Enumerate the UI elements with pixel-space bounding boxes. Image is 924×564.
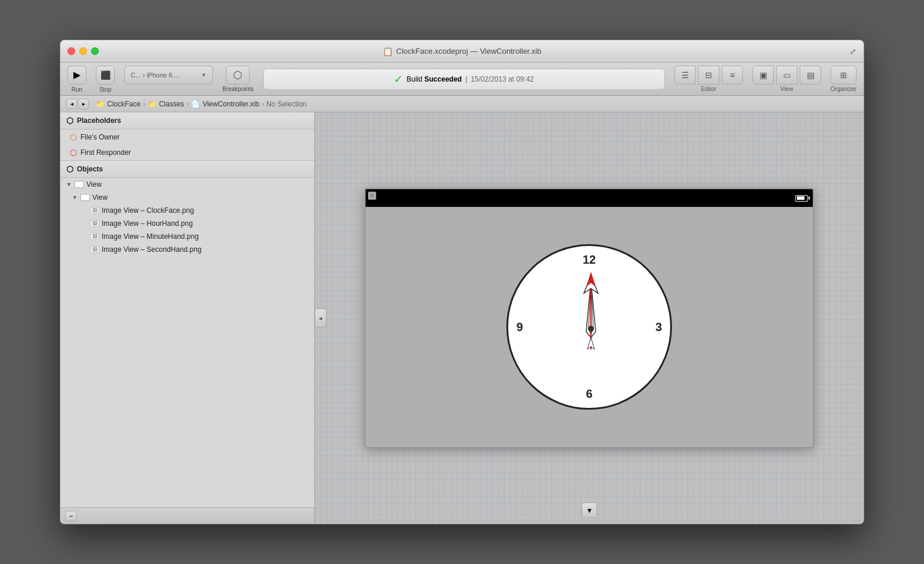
build-separator: | xyxy=(466,75,467,83)
simulator-frame: ✕ 12 3 6 9 xyxy=(364,188,814,448)
breadcrumb: ◂ ▸ 📁 ClockFace › 📁 Classes › 📄 ViewCont… xyxy=(60,96,864,112)
breadcrumb-items: 📁 ClockFace › 📁 Classes › 📄 ViewControll… xyxy=(96,100,306,108)
tree-view-root[interactable]: ▼ View xyxy=(60,178,314,191)
run-icon: ▶ xyxy=(67,66,86,85)
build-text: Build Succeeded xyxy=(406,75,461,83)
main-content: ⬡ Placeholders ⬡ File's Owner ⬡ First Re… xyxy=(60,112,864,524)
objects-title: Objects xyxy=(77,165,103,173)
view-child-label: View xyxy=(92,193,108,202)
scheme-chevron: ▼ xyxy=(201,72,206,78)
tree-minutehand[interactable]: 🖼 Image View – MinuteHand.png xyxy=(60,230,314,243)
stop-icon: ⬛ xyxy=(96,66,115,85)
sidebar-zoom-button[interactable]: − xyxy=(65,511,77,521)
tree-hourhand[interactable]: 🖼 Image View – HourHand.png xyxy=(60,217,314,230)
editor-standard-button[interactable]: ☰ xyxy=(674,66,696,85)
image-icon-hourhand: 🖼 xyxy=(90,220,99,227)
editor-group: ☰ ⊟ ≡ xyxy=(674,66,743,85)
view-debug-button[interactable]: ▭ xyxy=(776,66,797,85)
view-label: View xyxy=(780,86,793,92)
close-button[interactable] xyxy=(67,47,75,55)
clock-face: 12 3 6 9 xyxy=(506,244,672,410)
sidebar-bottom: − xyxy=(60,507,314,524)
breadcrumb-no-selection: No Selection xyxy=(266,100,306,108)
simulator-status-bar xyxy=(366,189,813,207)
organizer-button[interactable]: ⊞ xyxy=(831,66,857,85)
view-utilities-button[interactable]: ▤ xyxy=(800,66,821,85)
editor-assistant-button[interactable]: ⊟ xyxy=(698,66,719,85)
fullscreen-button[interactable] xyxy=(91,47,99,55)
secondhand-label: Image View – SecondHand.png xyxy=(102,245,202,254)
hourhand-label: Image View – HourHand.png xyxy=(102,219,193,228)
objects-cube-icon: ⬡ xyxy=(66,164,73,174)
tree-secondhand[interactable]: 🖼 Image View – SecondHand.png xyxy=(60,243,314,256)
collapse-sidebar-button[interactable]: ◂ xyxy=(315,309,327,328)
placeholders-section: ⬡ Placeholders ⬡ File's Owner ⬡ First Re… xyxy=(60,112,314,161)
organizer-label: Organizer xyxy=(831,86,857,92)
breadcrumb-viewcontroller[interactable]: ViewController.xib xyxy=(202,100,259,108)
window-title: 📋 ClockFace.xcodeproj — ViewController.x… xyxy=(383,47,541,56)
expand-triangle-2: ▼ xyxy=(72,195,78,200)
breadcrumb-folder-icon: 📁 xyxy=(96,100,105,108)
placeholders-header: ⬡ Placeholders xyxy=(60,112,314,129)
run-button[interactable]: ▶ Run xyxy=(67,66,86,93)
files-owner-label: File's Owner xyxy=(80,133,119,141)
stop-button[interactable]: ⬛ Stop xyxy=(96,66,115,93)
first-responder-item[interactable]: ⬡ First Responder xyxy=(60,145,314,160)
center-dot xyxy=(588,326,594,332)
organizer-icon: ⊞ xyxy=(840,70,847,80)
battery-icon xyxy=(795,195,808,202)
canvas-collapse-bottom[interactable]: ▾ xyxy=(581,503,597,518)
breadcrumb-classes-icon: 📁 xyxy=(148,100,157,108)
title-bar: 📋 ClockFace.xcodeproj — ViewController.x… xyxy=(60,40,864,63)
editor-label: Editor xyxy=(701,86,716,92)
run-label: Run xyxy=(72,86,82,93)
stop-label: Stop xyxy=(99,86,112,93)
breakpoints-label: Breakpoints xyxy=(222,86,254,92)
expand-icon[interactable]: ⤢ xyxy=(849,47,857,56)
battery-fill xyxy=(797,196,805,200)
tree-view-child[interactable]: ▼ View xyxy=(60,191,314,204)
objects-section: ⬡ Objects ▼ View ▼ View 🖼 Image xyxy=(60,161,314,507)
nav-forward-button[interactable]: ▸ xyxy=(78,99,89,109)
traffic-lights xyxy=(67,47,99,55)
build-success-icon: ✓ xyxy=(394,73,403,86)
view-icon-root xyxy=(75,181,84,188)
breadcrumb-clockface[interactable]: ClockFace xyxy=(107,100,141,108)
clockface-label: Image View – ClockFace.png xyxy=(102,206,194,215)
image-icon-secondhand: 🖼 xyxy=(90,246,99,253)
placeholders-title: Placeholders xyxy=(77,116,121,125)
collapse-bottom-icon: ▾ xyxy=(587,505,592,515)
first-responder-icon: ⬡ xyxy=(70,148,77,157)
collapse-icon: ◂ xyxy=(319,315,322,322)
image-icon-clockface: 🖼 xyxy=(90,207,99,214)
canvas-area: ◂ ✕ 12 xyxy=(315,112,864,524)
scheme-label: C... › iPhone 6.... xyxy=(131,72,180,79)
clock-hands-svg xyxy=(508,246,674,411)
title-icon: 📋 xyxy=(383,47,393,56)
editor-version-button[interactable]: ≡ xyxy=(722,66,743,85)
scheme-selector[interactable]: C... › iPhone 6.... ▼ xyxy=(124,66,213,85)
expand-triangle: ▼ xyxy=(66,181,72,187)
breadcrumb-classes[interactable]: Classes xyxy=(159,100,185,108)
minutehand-label: Image View – MinuteHand.png xyxy=(102,232,199,241)
nav-back-button[interactable]: ◂ xyxy=(66,99,77,109)
breakpoints-button[interactable]: ⬡ xyxy=(226,66,250,85)
sidebar: ⬡ Placeholders ⬡ File's Owner ⬡ First Re… xyxy=(60,112,315,524)
view-navigator-button[interactable]: ▣ xyxy=(752,66,774,85)
view-root-label: View xyxy=(86,180,102,189)
simulator-close-button[interactable]: ✕ xyxy=(368,192,376,200)
minimize-button[interactable] xyxy=(79,47,87,55)
objects-header: ⬡ Objects xyxy=(60,161,314,178)
clock-container: 12 3 6 9 xyxy=(506,244,672,410)
toolbar: ▶ Run ⬛ Stop C... › iPhone 6.... ▼ Run ⬡… xyxy=(60,63,864,96)
build-time: 15/02/2013 at 09:42 xyxy=(471,75,534,83)
files-owner-icon: ⬡ xyxy=(70,132,77,142)
placeholders-cube-icon: ⬡ xyxy=(66,116,73,125)
image-icon-minutehand: 🖼 xyxy=(90,233,99,240)
tree-clockface[interactable]: 🖼 Image View – ClockFace.png xyxy=(60,204,314,217)
simulator-content: 12 3 6 9 xyxy=(366,207,813,447)
first-responder-label: First Responder xyxy=(80,148,131,157)
files-owner-item[interactable]: ⬡ File's Owner xyxy=(60,129,314,145)
breadcrumb-xib-icon: 📄 xyxy=(191,100,200,108)
breakpoints-icon: ⬡ xyxy=(233,69,243,82)
